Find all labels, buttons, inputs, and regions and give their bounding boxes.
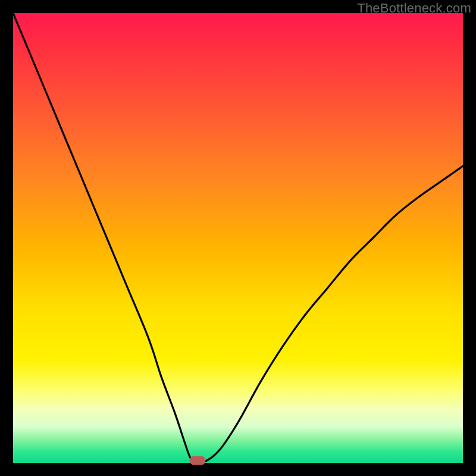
curve-path xyxy=(13,13,463,462)
chart-frame xyxy=(13,13,463,463)
optimal-point-marker xyxy=(189,456,205,465)
bottleneck-curve xyxy=(13,13,463,463)
plot-area xyxy=(13,13,463,463)
